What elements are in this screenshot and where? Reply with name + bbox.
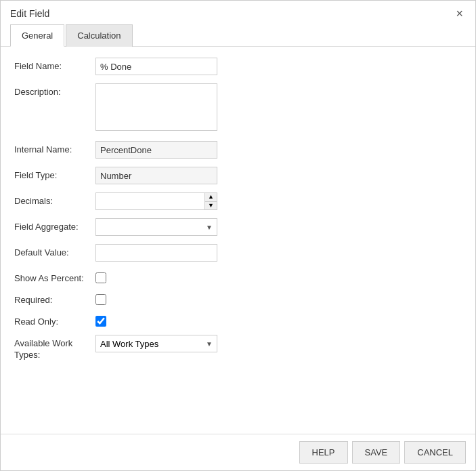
field-aggregate-control: ▼ [95, 218, 217, 236]
tab-bar: General Calculation [1, 24, 475, 47]
available-work-types-select-wrapper: All Work Types Specific Work Types ▼ [95, 335, 217, 352]
default-value-label: Default Value: [14, 244, 95, 258]
field-name-label: Field Name: [14, 58, 95, 71]
field-type-row: Field Type: [14, 167, 462, 184]
internal-name-row: Internal Name: [14, 141, 462, 159]
description-row: Description: [14, 83, 462, 133]
show-as-percent-control [95, 270, 106, 283]
tab-general[interactable]: General [10, 24, 64, 47]
save-button[interactable]: SAVE [352, 441, 401, 464]
close-button[interactable]: × [453, 7, 466, 20]
spinner-buttons: ▲ ▼ [204, 193, 217, 209]
read-only-control [95, 313, 106, 327]
internal-name-input[interactable] [95, 141, 217, 159]
internal-name-label: Internal Name: [14, 141, 95, 155]
field-aggregate-row: Field Aggregate: ▼ [14, 218, 462, 236]
help-button[interactable]: HELP [299, 441, 348, 464]
decimals-label: Decimals: [14, 192, 95, 206]
show-as-percent-row: Show As Percent: [14, 270, 462, 283]
default-value-input[interactable] [95, 244, 217, 262]
available-work-types-select[interactable]: All Work Types Specific Work Types [96, 335, 217, 352]
field-aggregate-select[interactable] [96, 219, 217, 235]
field-type-control [95, 167, 217, 184]
dialog-title: Edit Field [10, 8, 49, 19]
dialog-footer: HELP SAVE CANCEL [1, 434, 475, 470]
default-value-control [95, 244, 217, 262]
field-aggregate-select-wrapper: ▼ [95, 218, 217, 236]
internal-name-control [95, 141, 217, 159]
tab-calculation[interactable]: Calculation [66, 24, 132, 47]
decimals-control: ▲ ▼ [95, 192, 217, 210]
decimals-row: Decimals: ▲ ▼ [14, 192, 462, 210]
available-work-types-row: Available Work Types: All Work Types Spe… [14, 335, 462, 361]
required-row: Required: [14, 291, 462, 305]
description-label: Description: [14, 83, 95, 97]
cancel-button[interactable]: CANCEL [404, 441, 466, 464]
decimals-spinner: ▲ ▼ [95, 192, 217, 210]
field-aggregate-label: Field Aggregate: [14, 218, 95, 232]
field-name-input[interactable] [95, 58, 217, 75]
required-checkbox[interactable] [95, 294, 106, 305]
required-control [95, 291, 106, 305]
decimals-input[interactable] [96, 193, 204, 209]
available-work-types-label: Available Work Types: [14, 335, 95, 361]
available-work-types-control: All Work Types Specific Work Types ▼ [95, 335, 217, 352]
read-only-checkbox[interactable] [95, 316, 106, 327]
description-textarea[interactable] [95, 83, 217, 131]
field-type-label: Field Type: [14, 167, 95, 180]
field-type-input [95, 167, 217, 184]
read-only-label: Read Only: [14, 313, 95, 327]
read-only-row: Read Only: [14, 313, 462, 327]
show-as-percent-label: Show As Percent: [14, 270, 95, 283]
field-name-row: Field Name: [14, 58, 462, 75]
dialog-header: Edit Field × [1, 1, 475, 24]
required-label: Required: [14, 291, 95, 305]
spinner-up-button[interactable]: ▲ [205, 193, 217, 202]
default-value-row: Default Value: [14, 244, 462, 262]
spinner-down-button[interactable]: ▼ [205, 202, 217, 210]
form-body: Field Name: Description: Internal Name: … [1, 47, 475, 434]
edit-field-dialog: Edit Field × General Calculation Field N… [0, 0, 476, 471]
description-control [95, 83, 217, 133]
show-as-percent-checkbox[interactable] [95, 272, 106, 283]
field-name-control [95, 58, 217, 75]
